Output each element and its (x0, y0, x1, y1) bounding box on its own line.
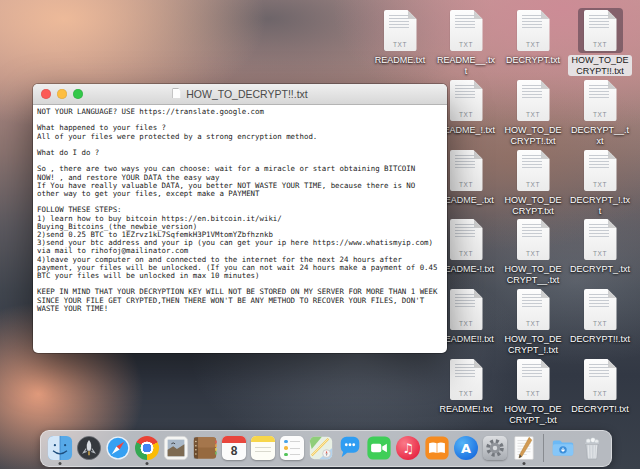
txt-badge: TXT (517, 250, 550, 257)
page-fold (541, 80, 550, 89)
file-label: HOW_TO_DECRYPT_.txt (501, 404, 565, 425)
window-title: HOW_TO_DECRYPT!!.txt (186, 88, 308, 100)
dock-itunes[interactable]: ♫ (395, 435, 421, 461)
window-titlebar[interactable]: HOW_TO_DECRYPT!!.txt (33, 84, 447, 105)
dock-mail[interactable] (163, 435, 189, 461)
page-lines (522, 224, 542, 237)
page-fold (474, 10, 483, 19)
txt-file-icon: TXT (444, 148, 489, 193)
file-label: HOW_TO_DECRYPT.txt (501, 195, 565, 216)
desktop-file-icon[interactable]: TXT DECRYPT!.txt (568, 357, 632, 415)
itunes-icon: ♫ (396, 436, 420, 460)
dock-contacts[interactable] (192, 435, 218, 461)
dock-app-store[interactable]: A (453, 435, 479, 461)
dock-maps[interactable] (308, 435, 334, 461)
txt-file-icon: TXT (511, 357, 556, 402)
notes-lines (255, 447, 271, 455)
page-fold (541, 219, 550, 228)
desktop-file-icon[interactable]: TXT README__.txt (434, 8, 498, 76)
txt-badge: TXT (584, 320, 617, 327)
page-fold (541, 150, 550, 159)
dock-chrome[interactable] (134, 435, 160, 461)
txt-badge: TXT (517, 320, 550, 327)
system-preferences-icon (483, 436, 507, 460)
page-lines (522, 364, 542, 377)
txt-badge: TXT (517, 390, 550, 397)
downloads-folder-icon (550, 435, 576, 461)
gear-icon (483, 435, 507, 461)
txt-file-icon: TXT (578, 8, 623, 53)
desktop-file-icon[interactable]: TXT HOW_TO_DECRYPT!.txt (501, 78, 565, 146)
txt-file-icon: TXT (444, 357, 489, 402)
dock-notes[interactable] (250, 435, 276, 461)
txt-badge: TXT (450, 41, 483, 48)
page-fold (608, 150, 617, 159)
txt-badge: TXT (450, 181, 483, 188)
close-button[interactable] (41, 89, 51, 99)
minimize-button[interactable] (57, 89, 67, 99)
txt-file-icon: TXT (578, 148, 623, 193)
dock-reminders[interactable] (279, 435, 305, 461)
dock-trash[interactable] (579, 435, 605, 461)
dock-ibooks[interactable] (424, 435, 450, 461)
document-text[interactable]: NOT YOUR LANGUAGE? USE https://translate… (37, 108, 443, 313)
dock-separator (543, 434, 544, 462)
txt-badge: TXT (584, 41, 617, 48)
document-area[interactable]: NOT YOUR LANGUAGE? USE https://translate… (33, 105, 447, 316)
page-lines (455, 15, 475, 28)
txt-file-icon: TXT (444, 78, 489, 123)
document-proxy-icon (172, 88, 182, 100)
desktop-file-icon[interactable]: TXT HOW_TO_DECRYPT_.txt (501, 357, 565, 425)
desktop-file-icon[interactable]: TXT HOW_TO_DECRYPT_!.txt (501, 287, 565, 355)
desktop-file-icon[interactable]: TXT DECRYPT_.txt (568, 217, 632, 275)
dock-downloads[interactable] (550, 435, 576, 461)
desktop-file-icon[interactable]: TXT HOW_TO_DECRYPT.txt (501, 148, 565, 216)
dock-calendar[interactable]: 8 (221, 435, 247, 461)
messages-bubble-icon (337, 435, 363, 461)
calendar-icon: 8 (222, 436, 246, 460)
dock-finder[interactable] (47, 435, 73, 461)
txt-file-icon: TXT (511, 287, 556, 332)
txt-badge: TXT (584, 390, 617, 397)
page-fold (474, 150, 483, 159)
txt-file-icon: TXT (578, 78, 623, 123)
dock-messages[interactable] (337, 435, 363, 461)
window-title-group: HOW_TO_DECRYPT!!.txt (172, 88, 308, 100)
dock-launchpad[interactable] (76, 435, 102, 461)
file-label: DECRYPT_.txt (568, 264, 632, 275)
txt-badge: TXT (584, 181, 617, 188)
desktop-file-icon-selected[interactable]: TXT HOW_TO_DECRYPT!!.txt (568, 8, 632, 76)
txt-file-icon: TXT (444, 217, 489, 262)
desktop-file-icon[interactable]: TXT DECRYPT!!.txt (568, 287, 632, 345)
desktop-file-icon[interactable]: TXT DECRYPT__.txt (568, 78, 632, 146)
txt-file-icon: TXT (511, 78, 556, 123)
zoom-button[interactable] (73, 89, 83, 99)
page-fold (608, 359, 617, 368)
page-lines (589, 224, 609, 237)
dock-facetime[interactable] (366, 435, 392, 461)
file-label: README!.txt (437, 404, 494, 415)
app-store-icon: A (454, 436, 478, 460)
desktop-file-icon[interactable]: TXT HOW_TO_DECRYPT__.txt (501, 217, 565, 285)
desktop-file-icon[interactable]: TXT README.txt (368, 8, 432, 66)
txt-file-icon: TXT (511, 217, 556, 262)
page-lines (522, 15, 542, 28)
calendar-day: 8 (222, 443, 246, 459)
desktop-file-icon[interactable]: TXT DECRYPT_!.txt (568, 148, 632, 216)
page-lines (455, 85, 475, 98)
mail-stamp-icon (163, 435, 189, 461)
dock-safari[interactable] (105, 435, 131, 461)
desktop-file-icon[interactable]: TXT DECRYPT.txt (501, 8, 565, 66)
ibooks-open-book-icon (424, 435, 450, 461)
page-lines (589, 85, 609, 98)
page-fold (474, 289, 483, 298)
txt-badge: TXT (384, 41, 417, 48)
running-indicator (523, 462, 526, 465)
running-indicator (146, 462, 149, 465)
desktop-file-icon[interactable]: TXT README!.txt (434, 357, 498, 415)
txt-badge: TXT (584, 111, 617, 118)
dock-textedit[interactable] (511, 435, 537, 461)
reminders-icon (280, 436, 304, 460)
txt-file-icon: TXT (444, 8, 489, 53)
dock-system-preferences[interactable] (482, 435, 508, 461)
